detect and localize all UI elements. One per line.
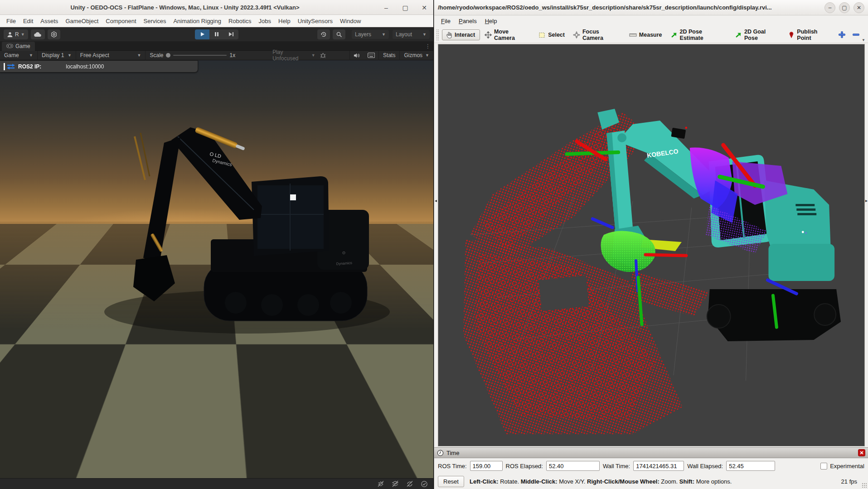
- tool-interact[interactable]: Interact: [442, 29, 480, 40]
- aspect-dropdown[interactable]: Free Aspect ▼: [76, 51, 146, 60]
- right-panel-collapse-icon[interactable]: ▸: [865, 198, 868, 203]
- excavator-silhouette: ⊙ Dynamics O LD Dynamics: [0, 60, 433, 478]
- unity-menu-edit[interactable]: Edit: [19, 18, 37, 24]
- left-panel-collapse-icon[interactable]: ◂: [435, 198, 437, 203]
- tool-focus-camera[interactable]: Focus Camera: [569, 27, 625, 43]
- unity-menu-services[interactable]: Services: [140, 18, 170, 24]
- gamepad-icon: [6, 44, 13, 48]
- wall-elapsed-input[interactable]: [726, 461, 775, 471]
- scale-slider-track[interactable]: [173, 55, 227, 56]
- tool-2d-goal-pose[interactable]: 2D Goal Pose: [731, 27, 784, 43]
- rviz-window: /home/ryodo/workspace/ROS2/oedo_ws/insta…: [434, 0, 868, 489]
- scale-slider-thumb[interactable]: [166, 53, 170, 58]
- svg-text:⊙: ⊙: [342, 250, 345, 255]
- undo-history-button[interactable]: [317, 29, 330, 39]
- unity-menu-gameobject[interactable]: GameObject: [62, 18, 102, 24]
- audio-mute-icon[interactable]: [354, 53, 360, 58]
- game-view-dropdown[interactable]: Game ▼: [0, 51, 38, 60]
- stats-toggle[interactable]: Stats: [378, 51, 400, 60]
- add-tool-plus-icon[interactable]: [838, 31, 846, 39]
- unity-menu-file[interactable]: File: [3, 18, 19, 24]
- rviz-menu-panels[interactable]: Panels: [456, 17, 480, 25]
- pause-button[interactable]: [209, 29, 224, 39]
- unity-toolbar: R ▼: [0, 27, 433, 42]
- menu-label-rest: anels: [463, 18, 477, 24]
- rviz-menu-help[interactable]: Help: [482, 17, 500, 25]
- toolbar-overflow-icon[interactable]: ▼: [862, 38, 865, 42]
- unity-titlebar[interactable]: Unity - OEDO-OCS - FlatPlane - Windows, …: [0, 0, 433, 15]
- tool-publish-point[interactable]: Publish Point: [785, 27, 836, 43]
- ros-elapsed-input[interactable]: [546, 461, 600, 471]
- unity-menu-component[interactable]: Component: [102, 18, 140, 24]
- version-control-button[interactable]: [48, 29, 60, 39]
- keyboard-icon[interactable]: [368, 53, 375, 58]
- goal-pose-arrow-icon: [735, 31, 742, 39]
- tab-game[interactable]: Game: [2, 42, 35, 51]
- remove-tool-minus-icon[interactable]: [852, 31, 860, 39]
- toolbar-drag-handle[interactable]: [436, 29, 439, 41]
- check-circle-icon[interactable]: [421, 480, 428, 488]
- rviz-minimize-button[interactable]: –: [824, 2, 835, 13]
- unity-menu-animation-rigging[interactable]: Animation Rigging: [170, 18, 225, 24]
- rviz-3d-viewport[interactable]: KOBELCO: [438, 44, 865, 446]
- tool-focus-camera-label: Focus Camera: [582, 29, 621, 41]
- play-button[interactable]: [195, 29, 209, 39]
- game-viewport[interactable]: ⊙ Dynamics O LD Dynamics: [0, 60, 433, 478]
- rviz-close-button[interactable]: ✕: [853, 2, 864, 13]
- game-dd-label: Game: [4, 52, 19, 58]
- pose-estimate-arrow-icon: [670, 31, 678, 39]
- unity-menu-unitysensors[interactable]: UnitySensors: [294, 18, 336, 24]
- collab-muted-icon[interactable]: [392, 480, 399, 487]
- rviz-titlebar[interactable]: /home/ryodo/workspace/ROS2/oedo_ws/insta…: [434, 0, 868, 15]
- play-focus-dropdown[interactable]: Play Unfocused ▼: [268, 51, 319, 60]
- time-panel-fields: ROS Time: ROS Elapsed: Wall Time: Wall E…: [434, 458, 868, 474]
- unity-menu-robotics[interactable]: Robotics: [225, 18, 255, 24]
- rviz-maximize-button[interactable]: ▢: [839, 2, 850, 13]
- cloud-button[interactable]: [31, 29, 45, 39]
- unity-menu-help[interactable]: Help: [275, 18, 294, 24]
- step-icon: [228, 32, 234, 37]
- unity-minimize-button[interactable]: –: [382, 4, 391, 11]
- ros-elapsed-label: ROS Elapsed:: [506, 463, 543, 470]
- time-panel-close-button[interactable]: ✕: [858, 449, 865, 456]
- help-bold: Shift:: [679, 478, 694, 485]
- unity-close-button[interactable]: ✕: [420, 4, 429, 11]
- reset-button[interactable]: Reset: [438, 476, 464, 487]
- tool-measure[interactable]: Measure: [626, 30, 666, 40]
- tool-move-camera[interactable]: Move Camera: [481, 27, 534, 43]
- unity-maximize-button[interactable]: ▢: [401, 4, 410, 11]
- tool-2d-pose-estimate[interactable]: 2D Pose Estimate: [667, 27, 730, 43]
- chevron-down-icon: ▼: [422, 32, 427, 37]
- wall-time-input[interactable]: [633, 461, 684, 471]
- refresh-muted-icon[interactable]: [406, 480, 413, 487]
- display-dropdown[interactable]: Display 1 ▼: [38, 51, 76, 60]
- search-button[interactable]: [333, 29, 345, 39]
- time-panel-header[interactable]: Time ✕: [434, 447, 868, 458]
- tab-options-icon[interactable]: ⋮: [425, 43, 433, 49]
- resize-grip[interactable]: [862, 483, 867, 488]
- unity-menu-window[interactable]: Window: [336, 18, 364, 24]
- unity-menu-jobs[interactable]: Jobs: [255, 18, 275, 24]
- tool-select-label: Select: [548, 32, 565, 38]
- gizmos-dropdown[interactable]: Gizmos ▼: [400, 51, 433, 60]
- debug-bug-icon[interactable]: [320, 52, 326, 58]
- step-button[interactable]: [224, 29, 238, 39]
- account-button[interactable]: R ▼: [4, 29, 28, 39]
- ros-time-label: ROS Time:: [438, 463, 467, 470]
- experimental-checkbox[interactable]: [820, 463, 827, 470]
- debug-muted-icon[interactable]: [377, 480, 384, 487]
- scale-value: 1x: [229, 52, 235, 58]
- unity-window: Unity - OEDO-OCS - FlatPlane - Windows, …: [0, 0, 433, 489]
- ros-time-input[interactable]: [470, 461, 503, 471]
- rviz-menu-file[interactable]: File: [438, 17, 454, 25]
- tool-measure-label: Measure: [639, 32, 662, 38]
- tool-select[interactable]: Select: [535, 29, 568, 40]
- unity-menu-assets[interactable]: Assets: [37, 18, 62, 24]
- ros2-ip-value[interactable]: localhost:10000: [66, 63, 104, 70]
- play-icon: [200, 32, 205, 37]
- ros2-ip-label: ROS2 IP:: [18, 63, 41, 70]
- tool-publish-point-label: Publish Point: [797, 29, 833, 41]
- layout-dropdown[interactable]: Layout ▼: [393, 30, 430, 39]
- tool-move-camera-label: Move Camera: [494, 29, 530, 41]
- layers-dropdown[interactable]: Layers ▼: [352, 30, 389, 39]
